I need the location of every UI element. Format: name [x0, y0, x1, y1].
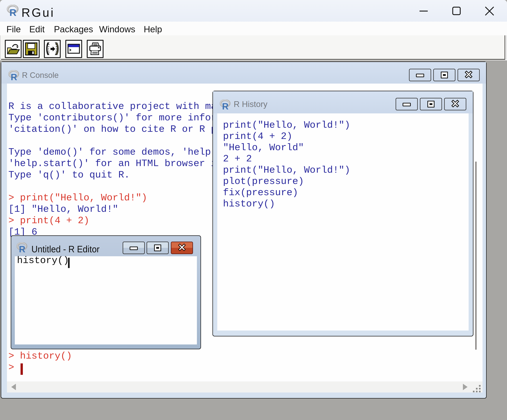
svg-text:R: R	[9, 7, 16, 16]
svg-text:R: R	[11, 72, 17, 80]
svg-text:R: R	[19, 244, 25, 252]
svg-text:R: R	[222, 101, 228, 109]
